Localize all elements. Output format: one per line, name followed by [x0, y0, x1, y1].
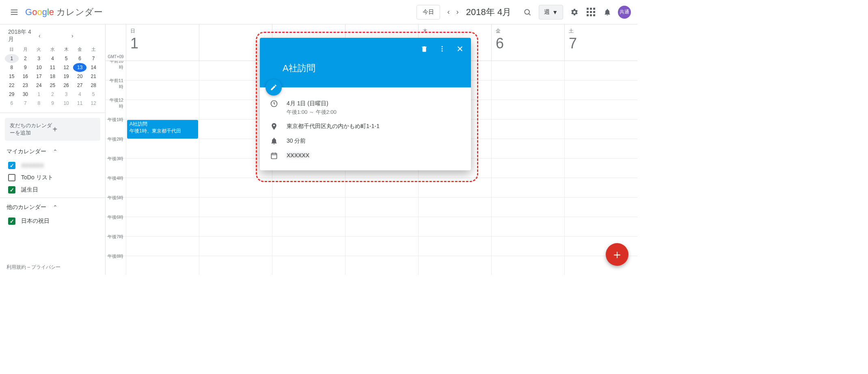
time-slot[interactable] [126, 80, 199, 100]
my-calendars-toggle[interactable]: マイカレンダー ⌃ [0, 144, 105, 159]
mini-day[interactable]: 8 [5, 63, 19, 72]
time-slot[interactable] [564, 80, 637, 100]
time-slot[interactable] [345, 217, 418, 236]
mini-day[interactable]: 16 [19, 72, 32, 81]
mini-day[interactable]: 28 [86, 81, 100, 90]
mini-day[interactable]: 22 [5, 81, 19, 90]
account-avatar[interactable]: 共通 [618, 6, 631, 19]
mini-day[interactable]: 11 [46, 63, 60, 72]
calendar-item[interactable]: ToDo リスト [0, 172, 105, 184]
mini-day[interactable]: 2 [19, 54, 32, 63]
view-dropdown[interactable]: 週 ▼ [539, 5, 563, 20]
time-slot[interactable] [564, 178, 637, 197]
mini-day[interactable]: 26 [59, 81, 73, 90]
time-slot[interactable] [564, 61, 637, 80]
time-slot[interactable] [418, 217, 491, 236]
time-slot[interactable] [199, 237, 272, 256]
mini-day[interactable]: 5 [59, 54, 73, 63]
mini-day[interactable]: 2 [46, 90, 60, 99]
calendar-checkbox[interactable]: ✓ [8, 217, 15, 225]
time-slot[interactable] [418, 178, 491, 197]
mini-day[interactable]: 3 [32, 54, 46, 63]
time-slot[interactable] [491, 120, 564, 139]
time-slot[interactable] [345, 237, 418, 256]
day-header[interactable]: 金6 [491, 24, 564, 61]
time-slot[interactable] [126, 159, 199, 178]
mini-day[interactable]: 1 [5, 54, 19, 63]
mini-day[interactable]: 27 [73, 81, 87, 90]
more-options-button[interactable] [435, 42, 449, 56]
time-slot[interactable] [199, 178, 272, 197]
day-header[interactable]: 日1 [126, 24, 199, 61]
mini-day[interactable]: 6 [5, 99, 19, 108]
time-slot[interactable] [564, 139, 637, 158]
mini-day[interactable]: 14 [86, 63, 100, 72]
calendar-checkbox[interactable]: ✓ [8, 186, 15, 194]
time-slot[interactable] [345, 198, 418, 217]
mini-day[interactable]: 17 [32, 72, 46, 81]
time-slot[interactable] [491, 139, 564, 158]
time-slot[interactable] [272, 178, 345, 197]
time-slot[interactable] [564, 120, 637, 139]
mini-prev-button[interactable]: ‹ [36, 31, 69, 41]
time-slot[interactable] [491, 237, 564, 256]
time-slot[interactable] [126, 61, 199, 80]
mini-day[interactable]: 9 [19, 63, 32, 72]
time-slot[interactable] [564, 159, 637, 178]
mini-day[interactable]: 13 [73, 63, 87, 72]
edit-event-button[interactable] [266, 79, 282, 96]
mini-day[interactable]: 19 [59, 72, 73, 81]
time-slot[interactable]: A社訪問午後1時、東京都千代田 [126, 120, 199, 139]
time-slot[interactable] [199, 256, 272, 275]
time-slot[interactable] [491, 217, 564, 236]
time-slot[interactable] [418, 237, 491, 256]
mini-day[interactable]: 8 [32, 99, 46, 108]
settings-icon[interactable] [566, 5, 583, 20]
notifications-icon[interactable] [599, 5, 615, 20]
time-slot[interactable] [564, 217, 637, 236]
mini-day[interactable]: 4 [73, 90, 87, 99]
time-slot[interactable] [272, 217, 345, 236]
close-button[interactable] [453, 42, 467, 56]
time-slot[interactable] [491, 178, 564, 197]
time-slot[interactable] [126, 100, 199, 119]
time-slot[interactable] [199, 198, 272, 217]
time-slot[interactable] [126, 139, 199, 158]
time-slot[interactable] [126, 256, 199, 275]
mini-day[interactable]: 10 [32, 63, 46, 72]
calendar-item[interactable]: ✓XXXXXX [0, 159, 105, 172]
mini-day[interactable]: 25 [46, 81, 60, 90]
mini-day[interactable]: 5 [86, 90, 100, 99]
time-slot[interactable] [126, 237, 199, 256]
mini-day[interactable]: 21 [86, 72, 100, 81]
mini-day[interactable]: 4 [46, 54, 60, 63]
mini-day[interactable]: 1 [32, 90, 46, 99]
mini-day[interactable]: 29 [5, 90, 19, 99]
time-slot[interactable] [272, 256, 345, 275]
mini-day[interactable]: 20 [73, 72, 87, 81]
create-event-fab[interactable]: ＋ [606, 243, 628, 266]
calendar-checkbox[interactable]: ✓ [8, 162, 15, 169]
next-week-button[interactable]: › [453, 5, 462, 19]
today-button[interactable]: 今日 [417, 5, 440, 20]
time-slot[interactable] [491, 80, 564, 100]
mini-day[interactable]: 7 [86, 54, 100, 63]
day-header[interactable]: 土7 [564, 24, 637, 61]
mini-day[interactable]: 30 [19, 90, 32, 99]
mini-day[interactable]: 18 [46, 72, 60, 81]
time-slot[interactable] [491, 61, 564, 80]
time-slot[interactable] [126, 198, 199, 217]
mini-day[interactable]: 6 [73, 54, 87, 63]
mini-day[interactable]: 15 [5, 72, 19, 81]
time-slot[interactable] [418, 256, 491, 275]
search-icon[interactable] [519, 5, 535, 20]
time-slot[interactable] [126, 178, 199, 197]
add-calendar-field[interactable]: 友だちのカレンダーを追加 + [5, 118, 100, 141]
calendar-checkbox[interactable] [8, 174, 15, 181]
mini-day[interactable]: 23 [19, 81, 32, 90]
mini-next-button[interactable]: › [69, 31, 102, 41]
time-slot[interactable] [126, 217, 199, 236]
mini-day[interactable]: 7 [19, 99, 32, 108]
time-slot[interactable] [418, 198, 491, 217]
prev-week-button[interactable]: ‹ [444, 5, 453, 19]
